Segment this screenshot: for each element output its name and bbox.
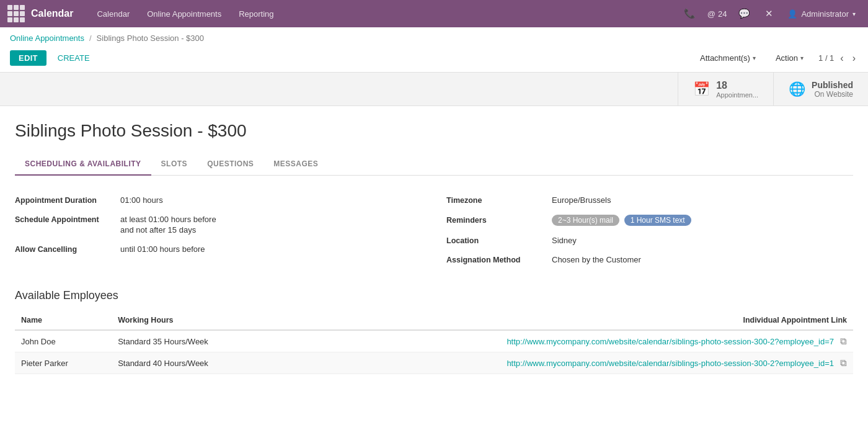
- employee-name-2: Pieter Parker: [15, 352, 112, 374]
- employee-hours-2: Standard 40 Hours/Week: [112, 352, 279, 374]
- nav-link-reporting[interactable]: Reporting: [230, 0, 282, 27]
- edit-button[interactable]: EDIT: [10, 50, 46, 66]
- toolbar-right: Attachment(s) ▾ Action ▾ 1 / 1 ‹ ›: [695, 50, 858, 66]
- messages-badge-btn[interactable]: @ 24: [704, 9, 731, 19]
- nav-link-calendar[interactable]: Calendar: [88, 0, 138, 27]
- employee-link-2[interactable]: http://www.mycompany.com/website/calenda…: [507, 359, 834, 368]
- main-content: Siblings Photo Session - $300 SCHEDULING…: [0, 106, 868, 374]
- tab-questions[interactable]: QUESTIONS: [197, 153, 264, 176]
- page-title: Siblings Photo Session - $300: [15, 121, 853, 141]
- stats-bar: 📅 18 Appointmen... 🌐 Published On Websit…: [0, 72, 868, 106]
- schedule-value: at least 01:00 hours before and not afte…: [120, 215, 216, 235]
- breadcrumb: Online Appointments / Siblings Photo Ses…: [0, 27, 868, 47]
- appointments-count: 18: [716, 80, 758, 91]
- location-value: Sidney: [552, 236, 577, 245]
- table-header-row: Name Working Hours Individual Appointmen…: [15, 311, 853, 330]
- employees-table: Name Working Hours Individual Appointmen…: [15, 311, 853, 374]
- duration-label: Appointment Duration: [15, 196, 120, 205]
- next-page-button[interactable]: ›: [850, 51, 858, 65]
- messages-count: 24: [718, 9, 727, 19]
- toolbar: EDIT CREATE Attachment(s) ▾ Action ▾ 1 /…: [0, 47, 868, 72]
- user-caret-icon: ▾: [852, 11, 856, 17]
- field-duration: Appointment Duration 01:00 hours: [15, 190, 422, 210]
- reminder-tag-2[interactable]: 1 Hour SMS text: [624, 215, 691, 226]
- timezone-label: Timezone: [446, 196, 552, 205]
- employee-name-1: John Doe: [15, 330, 112, 352]
- pagination: 1 / 1 ‹ ›: [818, 51, 858, 65]
- app-name: Calendar: [31, 8, 73, 19]
- tab-slots[interactable]: SLOTS: [151, 153, 198, 176]
- reminders-tags: 2~3 Hour(s) mail 1 Hour SMS text: [552, 215, 694, 226]
- appointments-label: Appointmen...: [716, 91, 758, 99]
- employees-section-title: Available Employees: [15, 289, 853, 302]
- scheduling-form: Appointment Duration 01:00 hours Schedul…: [15, 190, 853, 269]
- published-stat[interactable]: 🌐 Published On Website: [773, 73, 868, 105]
- duration-value: 01:00 hours: [120, 195, 163, 205]
- col-working-hours: Working Hours: [112, 311, 279, 330]
- calendar-icon: 📅: [693, 81, 710, 97]
- breadcrumb-parent[interactable]: Online Appointments: [10, 34, 84, 43]
- tabs: SCHEDULING & AVAILABILITY SLOTS QUESTION…: [15, 153, 853, 176]
- col-name: Name: [15, 311, 112, 330]
- user-menu-btn[interactable]: 👤 Administrator ▾: [782, 9, 861, 19]
- assignation-value: Chosen by the Customer: [552, 255, 641, 264]
- col-link: Individual Appointment Link: [279, 311, 853, 330]
- cancelling-value: until 01:00 hours before: [120, 244, 205, 254]
- location-label: Location: [446, 236, 552, 245]
- copy-icon-1[interactable]: ⧉: [840, 336, 847, 347]
- table-row: Pieter Parker Standard 40 Hours/Week htt…: [15, 352, 853, 374]
- form-right: Timezone Europe/Brussels Reminders 2~3 H…: [446, 190, 853, 269]
- cancelling-label: Allow Cancelling: [15, 245, 120, 254]
- pagination-text: 1 / 1: [818, 53, 834, 63]
- breadcrumb-separator: /: [89, 34, 92, 43]
- appointments-stat[interactable]: 📅 18 Appointmen...: [678, 73, 773, 105]
- reminder-tag-1[interactable]: 2~3 Hour(s) mail: [552, 215, 619, 226]
- globe-icon: 🌐: [789, 81, 805, 97]
- assignation-label: Assignation Method: [446, 256, 552, 264]
- field-schedule: Schedule Appointment at least 01:00 hour…: [15, 210, 422, 239]
- chat-icon-btn[interactable]: 💬: [733, 2, 755, 25]
- reminders-label: Reminders: [446, 216, 552, 225]
- tab-messages[interactable]: MESSAGES: [264, 153, 328, 176]
- action-dropdown[interactable]: Action ▾: [771, 50, 808, 66]
- employee-link-cell-1: http://www.mycompany.com/website/calenda…: [279, 330, 853, 352]
- field-assignation: Assignation Method Chosen by the Custome…: [446, 250, 853, 269]
- published-label: Published: [812, 80, 853, 90]
- nav-right: 📞 @ 24 💬 ✕ 👤 Administrator ▾: [679, 2, 861, 25]
- field-cancelling: Allow Cancelling until 01:00 hours befor…: [15, 239, 422, 259]
- employee-link-1[interactable]: http://www.mycompany.com/website/calenda…: [507, 337, 834, 346]
- nav-links: Calendar Online Appointments Reporting: [88, 0, 678, 27]
- action-caret-icon: ▾: [800, 55, 804, 61]
- user-label: Administrator: [801, 9, 849, 19]
- field-location: Location Sidney: [446, 231, 853, 250]
- create-button[interactable]: CREATE: [51, 50, 96, 66]
- top-navigation: Calendar Calendar Online Appointments Re…: [0, 0, 868, 27]
- form-left: Appointment Duration 01:00 hours Schedul…: [15, 190, 422, 269]
- employee-link-cell-2: http://www.mycompany.com/website/calenda…: [279, 352, 853, 374]
- nav-link-online-appointments[interactable]: Online Appointments: [138, 0, 230, 27]
- user-avatar-icon: 👤: [787, 9, 797, 19]
- close-icon-btn[interactable]: ✕: [758, 2, 780, 25]
- app-grid-icon[interactable]: [7, 5, 25, 22]
- schedule-label: Schedule Appointment: [15, 215, 120, 224]
- field-reminders: Reminders 2~3 Hour(s) mail 1 Hour SMS te…: [446, 210, 853, 231]
- prev-page-button[interactable]: ‹: [838, 51, 846, 65]
- breadcrumb-current: Siblings Photo Session - $300: [97, 34, 204, 43]
- at-icon: @: [707, 9, 715, 19]
- published-sub: On Website: [812, 90, 853, 99]
- table-row: John Doe Standard 35 Hours/Week http://w…: [15, 330, 853, 352]
- attachments-dropdown[interactable]: Attachment(s) ▾: [695, 50, 761, 66]
- tab-scheduling[interactable]: SCHEDULING & AVAILABILITY: [15, 153, 151, 176]
- copy-icon-2[interactable]: ⧉: [840, 357, 847, 369]
- timezone-value: Europe/Brussels: [552, 195, 611, 205]
- phone-icon-btn[interactable]: 📞: [679, 2, 701, 25]
- employee-hours-1: Standard 35 Hours/Week: [112, 330, 279, 352]
- field-timezone: Timezone Europe/Brussels: [446, 190, 853, 210]
- attachments-caret-icon: ▾: [753, 55, 756, 61]
